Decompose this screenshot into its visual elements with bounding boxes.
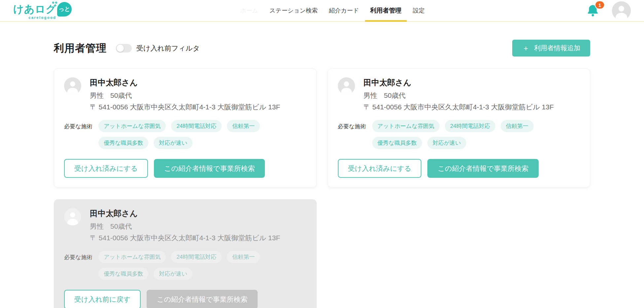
main-content: 利用者管理 受け入れ前フィルタ ＋ 利用者情報追加 田中太郎さん bbox=[0, 40, 644, 308]
user-card-grid: 田中太郎さん 男性 50歳代 〒 541-0056 大阪市中央区久太郎町4-1-… bbox=[54, 68, 590, 308]
search-offices-button[interactable]: この紹介者情報で事業所検索 bbox=[427, 159, 538, 178]
nav-item-settings[interactable]: 設定 bbox=[413, 0, 425, 21]
user-name: 田中太郎さん bbox=[90, 208, 280, 219]
tag: 対応が速い bbox=[154, 268, 193, 280]
tag: 24時間電話対応 bbox=[171, 120, 222, 132]
search-offices-button[interactable]: この紹介者情報で事業所検索 bbox=[154, 159, 265, 178]
tag: 優秀な職員多数 bbox=[98, 137, 148, 149]
user-name: 田中太郎さん bbox=[90, 77, 280, 88]
user-name: 田中太郎さん bbox=[364, 77, 554, 88]
user-gender: 男性 bbox=[364, 91, 377, 100]
notification-count-badge: 1 bbox=[595, 1, 605, 9]
tag: アットホームな雰囲気 bbox=[98, 251, 166, 263]
notification-bell-button[interactable]: 1 bbox=[586, 3, 599, 18]
logo-bubble: っと bbox=[57, 2, 72, 17]
user-age: 50歳代 bbox=[384, 91, 406, 100]
mark-accepted-button[interactable]: 受け入れ済みにする bbox=[64, 159, 148, 178]
filter-label: 受け入れ前フィルタ bbox=[136, 44, 200, 53]
card-avatar bbox=[338, 77, 355, 95]
user-card: 田中太郎さん 男性 50歳代 〒 541-0056 大阪市中央区久太郎町4-1-… bbox=[54, 68, 317, 187]
app-logo[interactable]: けあログ っと carelogood bbox=[13, 2, 72, 19]
tag: 信頼第一 bbox=[227, 251, 260, 263]
tag: 24時間電話対応 bbox=[171, 251, 222, 263]
tag: 対応が速い bbox=[427, 137, 466, 149]
person-icon bbox=[612, 1, 631, 20]
add-user-button-label: 利用者情報追加 bbox=[534, 44, 580, 53]
user-address: 〒 541-0056 大阪市中央区久太郎町4-1-3 大阪御堂筋ビル 13F bbox=[364, 102, 554, 112]
user-age: 50歳代 bbox=[110, 222, 132, 231]
revert-to-pending-button[interactable]: 受け入れ前に戻す bbox=[64, 290, 141, 308]
nav-item-user-management[interactable]: 利用者管理 bbox=[370, 0, 402, 21]
search-offices-button-disabled[interactable]: この紹介者情報で事業所検索 bbox=[147, 290, 258, 308]
card-avatar bbox=[64, 77, 81, 95]
top-navigation-bar: けあログ っと carelogood ホーム ステーション検索 紹介カード 利用… bbox=[0, 0, 644, 22]
user-age: 50歳代 bbox=[110, 91, 132, 100]
logo-subtext: carelogood bbox=[28, 16, 56, 19]
person-icon bbox=[64, 77, 81, 95]
person-icon bbox=[64, 208, 81, 225]
card-avatar bbox=[64, 208, 81, 225]
toggle-knob bbox=[117, 45, 124, 52]
user-address: 〒 541-0056 大阪市中央区久太郎町4-1-3 大阪御堂筋ビル 13F bbox=[90, 233, 280, 243]
tags-label: 必要な施術 bbox=[338, 120, 372, 149]
page-title: 利用者管理 bbox=[54, 41, 107, 55]
pre-acceptance-filter-toggle[interactable] bbox=[116, 44, 132, 53]
person-icon bbox=[338, 77, 355, 95]
logo-text: けあログ bbox=[13, 2, 56, 16]
tag: 対応が速い bbox=[154, 137, 193, 149]
tag: アットホームな雰囲気 bbox=[98, 120, 166, 132]
user-gender: 男性 bbox=[90, 91, 104, 100]
user-gender: 男性 bbox=[90, 222, 104, 231]
main-nav: ホーム ステーション検索 紹介カード 利用者管理 設定 bbox=[240, 0, 425, 21]
add-user-button[interactable]: ＋ 利用者情報追加 bbox=[512, 40, 590, 57]
tag: 信頼第一 bbox=[501, 120, 534, 132]
tag: 優秀な職員多数 bbox=[98, 268, 148, 280]
mark-accepted-button[interactable]: 受け入れ済みにする bbox=[338, 159, 422, 178]
plus-icon: ＋ bbox=[522, 45, 529, 52]
tags-label: 必要な施術 bbox=[64, 120, 98, 149]
user-address: 〒 541-0056 大阪市中央区久太郎町4-1-3 大阪御堂筋ビル 13F bbox=[90, 102, 280, 112]
tag: 優秀な職員多数 bbox=[372, 137, 422, 149]
tags-label: 必要な施術 bbox=[64, 251, 98, 280]
tag: 信頼第一 bbox=[227, 120, 260, 132]
user-card-accepted: 田中太郎さん 男性 50歳代 〒 541-0056 大阪市中央区久太郎町4-1-… bbox=[54, 199, 317, 308]
logo-eyes-icon bbox=[52, 2, 57, 4]
nav-item-referral-card[interactable]: 紹介カード bbox=[329, 0, 359, 21]
user-card: 田中太郎さん 男性 50歳代 〒 541-0056 大阪市中央区久太郎町4-1-… bbox=[328, 68, 590, 187]
tag: アットホームな雰囲気 bbox=[372, 120, 440, 132]
nav-item-station-search[interactable]: ステーション検索 bbox=[269, 0, 318, 21]
tag: 24時間電話対応 bbox=[445, 120, 495, 132]
user-avatar[interactable] bbox=[612, 1, 631, 20]
nav-item-home[interactable]: ホーム bbox=[240, 0, 258, 21]
